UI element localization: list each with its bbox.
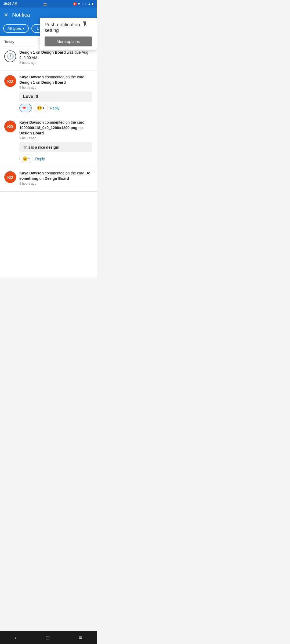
- reaction-count: 1: [27, 106, 29, 110]
- notif-time-3: 9 hours ago: [19, 136, 92, 140]
- comment-text-loveit: Love it!: [23, 94, 38, 99]
- add-emoji-button-2[interactable]: 😊+: [19, 155, 33, 163]
- dropdown-popup: Push notification setting More options: [40, 18, 97, 50]
- notif-text-1: Design 1 on Design Board was due Aug 9, …: [19, 50, 92, 60]
- reaction-row-1: ❤ 1 😊+ Reply: [19, 104, 92, 112]
- more-options-button[interactable]: More options: [45, 36, 92, 46]
- status-time: 10:07 AM: [3, 2, 17, 6]
- close-button[interactable]: ✕: [4, 12, 8, 18]
- add-emoji-button[interactable]: 😊+: [34, 104, 48, 112]
- location-icon: ⟐: [85, 2, 87, 5]
- comment-text-nicedesign: This is a nice design!: [23, 145, 59, 149]
- reply-button-2[interactable]: Reply: [35, 156, 45, 162]
- status-bar: 10:07 AM 📷 ▶ ✱ ☽ ⟐ ▲ ▮: [0, 0, 97, 8]
- wifi-icon: ▲: [88, 2, 91, 5]
- comment-bubble-nicedesign: This is a nice design!: [19, 142, 92, 152]
- notif-time-1: 3 hours ago: [19, 61, 92, 65]
- notif-body-1: Design 1 on Design Board was due Aug 9, …: [19, 50, 92, 67]
- comment-bubble-loveit: Love it!: [19, 92, 92, 102]
- notif-time-2: 9 hours ago: [19, 86, 92, 89]
- battery-icon: ▮: [92, 2, 93, 6]
- notif-body-2: Kaye Dawson commented on the card Design…: [19, 75, 92, 112]
- clock-avatar: 🕐: [4, 50, 16, 62]
- heart-reaction-button[interactable]: ❤ 1: [19, 104, 32, 112]
- chevron-down-icon: ▾: [23, 27, 24, 30]
- notif-body-4: Kaye Dawson commented on the card Do som…: [19, 171, 92, 188]
- header-title: Notifica: [12, 12, 30, 18]
- notification-item-dosomething: KD Kaye Dawson commented on the card Do …: [0, 167, 97, 192]
- notification-item-loveit: KD Kaye Dawson commented on the card Des…: [0, 71, 97, 116]
- avatar-kd-2: KD: [4, 120, 16, 132]
- avatar-kd-1: KD: [4, 75, 16, 87]
- notif-text-4: Kaye Dawson commented on the card Do som…: [19, 171, 92, 181]
- status-icons: ▶ ✱ ☽ ⟐ ▲ ▮: [73, 2, 93, 6]
- notif-text-2: Kaye Dawson commented on the card Design…: [19, 75, 92, 85]
- notification-item-due: 🕐 Design 1 on Design Board was due Aug 9…: [0, 46, 97, 71]
- notif-body-3: Kaye Dawson commented on the card 100000…: [19, 120, 92, 163]
- add-emoji-icon-2: 😊+: [22, 156, 30, 161]
- moon-icon: ☽: [81, 2, 84, 6]
- notif-time-4: 9 hours ago: [19, 182, 92, 185]
- status-cam-icon: 📷: [43, 2, 47, 6]
- notification-item-nicedesign: KD Kaye Dawson commented on the card 100…: [0, 116, 97, 167]
- reply-button-1[interactable]: Reply: [50, 105, 60, 111]
- reaction-row-2: 😊+ Reply: [19, 155, 92, 163]
- bluetooth-icon: ✱: [78, 2, 80, 6]
- avatar-kd-3: KD: [4, 171, 16, 183]
- all-types-filter[interactable]: All types ▾: [3, 24, 29, 33]
- notifications-content: Today 🕐 Design 1 on Design Board was due…: [0, 36, 97, 277]
- notif-text-3: Kaye Dawson commented on the card 100000…: [19, 120, 92, 136]
- add-emoji-icon: 😊+: [37, 106, 45, 110]
- heart-icon: ❤: [22, 105, 26, 111]
- notification-badge: ▶: [73, 2, 77, 5]
